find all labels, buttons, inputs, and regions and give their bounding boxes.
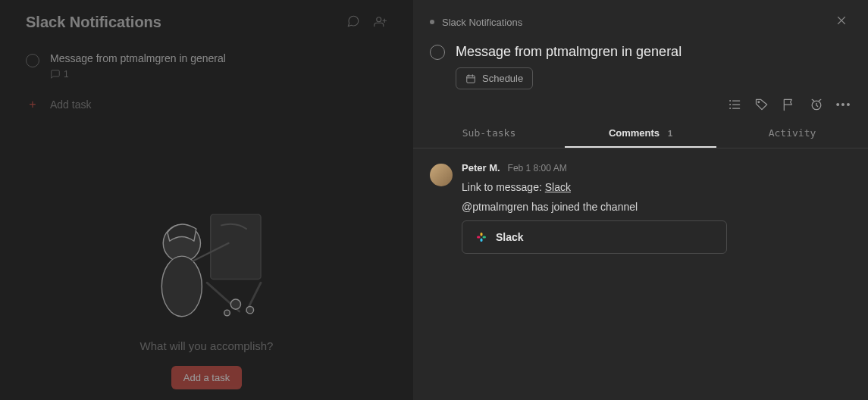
comment-item: Peter M. Feb 1 8:00 AM Link to message: … bbox=[430, 162, 851, 254]
comment-time: Feb 1 8:00 AM bbox=[508, 163, 567, 173]
list-header-actions bbox=[346, 14, 387, 31]
svg-line-27 bbox=[819, 99, 821, 101]
svg-point-9 bbox=[224, 310, 230, 316]
detail-tabs: Sub-tasks Comments 1 Activity bbox=[413, 120, 868, 148]
comment-text: @ptmalmgren has joined the channel bbox=[462, 201, 851, 213]
calendar-icon bbox=[465, 73, 476, 84]
breadcrumb-label: Slack Notifications bbox=[442, 17, 522, 28]
comment-icon[interactable] bbox=[346, 14, 360, 31]
task-meta: 1 bbox=[50, 69, 226, 80]
flag-icon[interactable] bbox=[782, 97, 797, 112]
schedule-button[interactable]: Schedule bbox=[456, 67, 533, 89]
close-button[interactable] bbox=[832, 11, 851, 33]
attachment-card[interactable]: Slack bbox=[462, 220, 727, 254]
detail-title: Message from ptmalmgren in general bbox=[456, 44, 682, 60]
detail-header: Message from ptmalmgren in general bbox=[413, 39, 868, 67]
comment-body: Peter M. Feb 1 8:00 AM Link to message: … bbox=[462, 162, 851, 254]
main-list-panel: Slack Notifications Message from ptmalmg… bbox=[0, 0, 413, 400]
detail-toolbar: ••• bbox=[413, 94, 868, 120]
comment-author: Peter M. bbox=[462, 162, 500, 173]
svg-point-7 bbox=[230, 299, 240, 309]
detail-actions: Schedule bbox=[413, 67, 868, 94]
empty-caption: What will you accomplish? bbox=[140, 339, 274, 352]
svg-point-20 bbox=[730, 105, 731, 105]
reminder-icon[interactable] bbox=[809, 97, 824, 112]
empty-illustration bbox=[135, 189, 279, 326]
task-detail-panel: Slack Notifications Message from ptmalmg… bbox=[413, 0, 868, 400]
tab-comments[interactable]: Comments 1 bbox=[565, 120, 716, 148]
tab-activity[interactable]: Activity bbox=[716, 120, 868, 148]
avatar bbox=[430, 164, 453, 186]
comment-header: Peter M. Feb 1 8:00 AM bbox=[462, 162, 851, 173]
comment-count-icon bbox=[50, 69, 61, 80]
share-icon[interactable] bbox=[374, 14, 387, 31]
task-row[interactable]: Message from ptmalmgren in general 1 bbox=[26, 52, 387, 80]
svg-rect-28 bbox=[477, 236, 481, 239]
svg-line-25 bbox=[816, 105, 818, 107]
empty-state: What will you accomplish? Add a task bbox=[0, 189, 413, 389]
add-task-button[interactable]: + Add task bbox=[26, 98, 387, 111]
svg-point-5 bbox=[161, 256, 202, 317]
breadcrumb[interactable]: Slack Notifications bbox=[430, 17, 522, 28]
detail-top-bar: Slack Notifications bbox=[413, 0, 868, 39]
svg-point-21 bbox=[730, 108, 731, 109]
task-body: Message from ptmalmgren in general 1 bbox=[50, 52, 226, 80]
task-checkbox[interactable] bbox=[26, 54, 39, 67]
more-icon[interactable]: ••• bbox=[836, 97, 851, 112]
schedule-label: Schedule bbox=[482, 73, 523, 84]
plus-icon: + bbox=[26, 98, 39, 111]
svg-rect-31 bbox=[481, 239, 483, 242]
list-header: Slack Notifications bbox=[26, 0, 387, 31]
svg-rect-12 bbox=[467, 75, 475, 82]
comment-link[interactable]: Slack bbox=[545, 181, 571, 193]
comments-area: Peter M. Feb 1 8:00 AM Link to message: … bbox=[413, 148, 868, 400]
svg-point-22 bbox=[758, 102, 760, 103]
task-comment-count: 1 bbox=[64, 69, 69, 80]
list-icon[interactable] bbox=[727, 97, 742, 112]
svg-point-0 bbox=[377, 17, 381, 21]
comment-link-prefix: Link to message: bbox=[462, 181, 545, 193]
list-title: Slack Notifications bbox=[26, 14, 161, 31]
tab-comments-count: 1 bbox=[668, 129, 672, 138]
tab-comments-label: Comments bbox=[609, 127, 660, 139]
add-task-cta[interactable]: Add a task bbox=[171, 366, 242, 389]
add-task-label: Add task bbox=[50, 98, 91, 111]
svg-point-8 bbox=[246, 306, 253, 313]
detail-checkbox[interactable] bbox=[430, 45, 445, 60]
svg-rect-29 bbox=[483, 236, 487, 239]
breadcrumb-dot-icon bbox=[430, 20, 434, 24]
tag-icon[interactable] bbox=[754, 97, 769, 112]
close-icon bbox=[835, 14, 848, 27]
slack-icon bbox=[475, 230, 488, 244]
task-title: Message from ptmalmgren in general bbox=[50, 52, 226, 64]
comment-link-line: Link to message: Slack bbox=[462, 181, 851, 193]
tab-subtasks[interactable]: Sub-tasks bbox=[413, 120, 565, 148]
svg-point-19 bbox=[730, 101, 731, 102]
svg-rect-30 bbox=[481, 233, 483, 236]
svg-line-26 bbox=[812, 99, 814, 101]
attachment-label: Slack bbox=[496, 231, 524, 243]
